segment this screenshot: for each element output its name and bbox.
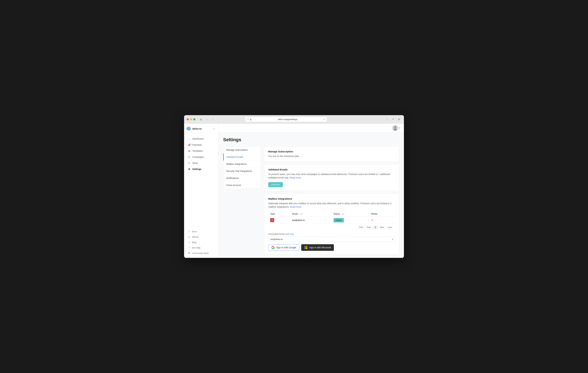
avatar[interactable]	[392, 125, 398, 131]
settings-menu-security-tool-integrations[interactable]: Security Tool Integrations	[223, 168, 261, 175]
sidebar-item-campaigns[interactable]: ⊞ Campaigns	[185, 154, 217, 160]
manage-subscription-title: Manage Subscription	[268, 150, 395, 153]
layout-icon: ▦	[188, 149, 191, 152]
pagination-last-button[interactable]: Last	[386, 226, 393, 229]
user-menu[interactable]: ▾	[392, 125, 400, 131]
validated-emails-title: Validated Emails	[268, 168, 395, 171]
reload-icon[interactable]: ↻	[323, 118, 325, 121]
delete-row-button[interactable]: ✕	[371, 219, 373, 222]
footer-item-label: Blog	[192, 241, 196, 244]
sidebar-item-label: Payloads	[192, 144, 202, 146]
col-type: Type	[268, 211, 290, 217]
page-title: Settings	[223, 137, 399, 142]
new-tab-button[interactable]: +	[391, 117, 395, 122]
sidebar-item-github[interactable]: ◎ GitHub	[185, 234, 217, 239]
help-icon: ?	[188, 246, 190, 249]
sign-in-microsoft-button[interactable]: Sign in with Microsoft	[301, 244, 334, 251]
sidebar-item-send[interactable]: ✉ Send	[185, 160, 217, 166]
pagination-current-button[interactable]: 1	[373, 226, 378, 229]
settings-menu-validated-emails[interactable]: Validated Emails	[223, 154, 261, 161]
browser-actions: ↑ + ⧉	[385, 117, 401, 122]
sign-in-google-label: Sign In with Google	[276, 246, 296, 249]
mailbox-integrations-description: Optionally integrate with your mailbox t…	[268, 202, 395, 209]
lock-icon: 🔒	[250, 118, 252, 120]
share-button[interactable]: ↑	[385, 117, 389, 122]
sidebar-item-label: Campaigns	[192, 156, 204, 158]
minimize-button[interactable]	[190, 118, 192, 120]
mail-icon: ✉	[188, 162, 191, 165]
settings-layout: Manage Subscription Validated Emails Mai…	[223, 146, 399, 255]
add-new-email-link[interactable]: (add new)	[285, 233, 294, 235]
footer-item-label: Get Help	[192, 247, 200, 249]
tabs-button[interactable]: ⧉	[397, 117, 401, 122]
col-delete: Delete	[369, 211, 395, 217]
settings-menu-close-account[interactable]: Close Account	[223, 182, 261, 189]
sign-in-google-button[interactable]: Sign In with Google	[268, 244, 299, 251]
sidebar-collapse-button[interactable]: «	[212, 127, 216, 131]
add-new-button[interactable]: Add New	[268, 182, 283, 187]
pagination-first-button[interactable]: First	[357, 226, 365, 229]
footer-item-label: Community Slack	[192, 252, 209, 254]
settings-content: Manage Subscription You are on the enter…	[264, 146, 399, 255]
auth-buttons: Sign In with Google Sign i	[268, 244, 395, 251]
address-bar[interactable]: 🛡 🔒 delivr.to/app/settings ↻	[245, 117, 327, 122]
sidebar-toggle-button[interactable]: ⊟	[199, 117, 203, 122]
col-status[interactable]: Status ▲▼	[332, 211, 369, 217]
url-text: delivr.to/app/settings	[253, 118, 322, 121]
sidebar-item-get-help[interactable]: ? Get Help	[185, 245, 217, 250]
svg-rect-6	[306, 246, 307, 248]
status-sort-icon: ▲▼	[341, 213, 345, 215]
settings-menu-manage-subscription[interactable]: Manage Subscription	[223, 146, 261, 154]
row-type: O	[268, 217, 290, 224]
sidebar-header: delivr.to «	[184, 124, 218, 134]
row-delete: ✕	[369, 217, 395, 224]
sidebar-footer: 📄 Docs ◎ GitHub ✏ Blog ? Get Help ❖ C	[184, 227, 218, 258]
shield-icon: 🛡	[247, 118, 249, 121]
logo-text: delivr.to	[192, 127, 202, 130]
logo-area: delivr.to	[186, 126, 202, 131]
sidebar-item-blog[interactable]: ✏ Blog	[185, 240, 217, 245]
email-sort-icon: ▲▼	[299, 213, 303, 215]
settings-sidebar: Manage Subscription Validated Emails Mai…	[223, 146, 261, 255]
sidebar-item-dashboard[interactable]: ⌂ Dashboard	[185, 136, 217, 142]
mailbox-integrations-read-more-link[interactable]: Read more.	[290, 206, 302, 208]
sidebar-item-docs[interactable]: 📄 Docs	[185, 229, 217, 234]
row-email: bot@delivr.to	[290, 217, 332, 224]
sidebar-item-community-slack[interactable]: ❖ Community Slack	[185, 250, 217, 256]
sidebar-nav: ⌂ Dashboard 🚀 Payloads ▦ Templates ⊞ Cam…	[184, 134, 218, 227]
google-icon	[271, 246, 275, 249]
main-header: ▾	[219, 124, 404, 132]
traffic-lights	[187, 118, 195, 120]
avatar-image	[392, 125, 398, 131]
sidebar-item-payloads[interactable]: 🚀 Payloads	[185, 142, 217, 148]
email-select[interactable]: bot@delivr.to	[268, 237, 395, 242]
sidebar: delivr.to « ⌂ Dashboard 🚀 Payloads ▦ Tem…	[184, 124, 219, 258]
svg-point-3	[394, 126, 396, 128]
integration-table: Type Email ▲▼ Status ▲▼	[268, 211, 395, 224]
sidebar-item-templates[interactable]: ▦ Templates	[185, 148, 217, 154]
maximize-button[interactable]	[193, 118, 195, 120]
pagination-prev-button[interactable]: Prev	[365, 226, 373, 229]
settings-menu-notifications[interactable]: Notifications	[223, 175, 261, 182]
sidebar-item-settings[interactable]: ⚙ Settings	[185, 166, 217, 172]
close-button[interactable]	[187, 118, 189, 120]
sidebar-item-label: Templates	[192, 150, 203, 152]
col-email[interactable]: Email ▲▼	[290, 211, 332, 217]
row-status: Active.	[332, 217, 369, 224]
manage-subscription-card: Manage Subscription You are on the enter…	[264, 146, 399, 162]
chevron-down-icon: ▾	[399, 127, 400, 129]
status-badge: Active.	[334, 218, 344, 222]
settings-menu-mailbox-integrations[interactable]: Mailbox Integrations	[223, 161, 261, 168]
table-row: O bot@delivr.to Active. ✕	[268, 217, 395, 224]
back-button[interactable]: ‹	[205, 117, 209, 122]
forward-button[interactable]: ›	[210, 117, 215, 122]
pagination-next-button[interactable]: Next	[378, 226, 386, 229]
svg-rect-5	[304, 246, 306, 248]
validated-emails-read-more-link[interactable]: Read more.	[290, 176, 302, 179]
validated-emails-card: Validated Emails To prevent spam, you ma…	[264, 164, 399, 191]
browser-controls: ⊟ ‹ ›	[199, 117, 215, 122]
rocket-icon: 🚀	[188, 143, 191, 146]
manage-subscription-description: You are on the enterprise plan.	[268, 155, 395, 158]
outlook-icon: O	[270, 218, 274, 222]
table-pagination: First Prev 1 Next Last	[268, 224, 395, 230]
